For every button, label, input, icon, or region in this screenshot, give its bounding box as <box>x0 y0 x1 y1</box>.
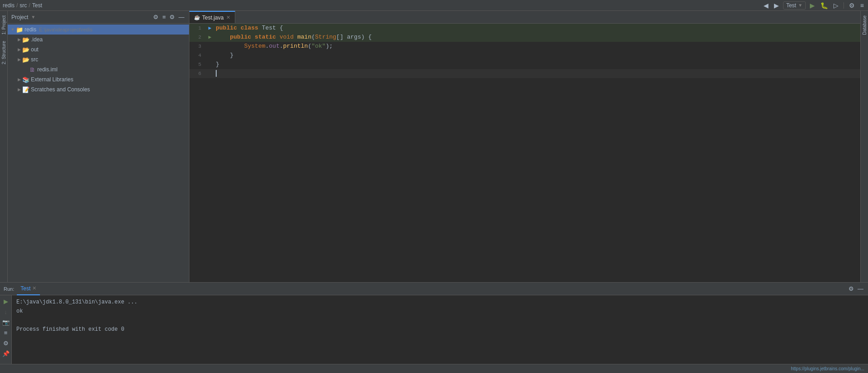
panel-expand-icon[interactable]: ▼ <box>31 15 35 20</box>
bottom-tab-test-close[interactable]: ✕ <box>32 285 36 291</box>
line-gutter-2[interactable]: ▶ <box>206 33 214 42</box>
line-gutter-4 <box>206 51 214 60</box>
breadcrumb-src[interactable]: src <box>20 2 27 9</box>
run-restart-btn[interactable]: ▶ <box>3 297 9 306</box>
tree-item-redis[interactable]: ▼ 📁 redis E:\java\ideaproject\redis <box>8 25 189 35</box>
code-line-1: 1 ▶ public class Test { <box>189 24 860 33</box>
bottom-close-btn[interactable]: — <box>857 284 864 293</box>
run-config-arrow: ▼ <box>798 3 803 8</box>
folder-icon-out: 📂 <box>22 46 30 53</box>
run-output-exit: Process finished with exit code 0 <box>16 325 863 333</box>
run-more-btn[interactable]: ⚙ <box>2 339 10 348</box>
line-num-5: 5 <box>189 60 206 69</box>
run-output-ok: ok <box>16 307 863 315</box>
bottom-tab-test-label: Test <box>20 285 30 292</box>
top-bar: redis / src / Test ◀ ▶ Test ▼ ▶ 🐛 ▷ ⚙ ≡ <box>0 0 868 11</box>
tree-item-scratches[interactable]: ▶ 📝 Scratches and Consoles <box>8 85 189 94</box>
tree-label-idea: .idea <box>31 36 43 43</box>
file-icon-redis-iml: 🗎 <box>29 66 36 73</box>
panel-title: Project <box>11 14 28 20</box>
tab-test-java[interactable]: ☕ Test.java ✕ <box>189 11 235 24</box>
right-vtabs: Database <box>860 11 868 282</box>
breadcrumb-redis[interactable]: redis <box>3 2 15 9</box>
folder-icon-src: 📂 <box>22 56 30 63</box>
tree-item-out[interactable]: ▶ 📂 out <box>8 45 189 55</box>
bottom-tabs: Run: Test ✕ ⚙ — <box>0 283 868 295</box>
tree-item-idea[interactable]: ▶ 📂 .idea <box>8 35 189 45</box>
breadcrumb-test[interactable]: Test <box>32 2 42 9</box>
bottom-settings-btn[interactable]: ⚙ <box>848 284 855 293</box>
code-line-4: 4 } <box>189 51 860 60</box>
breadcrumb-sep2: / <box>29 2 30 9</box>
tree-item-src[interactable]: ▶ 📂 src <box>8 55 189 65</box>
project-icon-redis: 📁 <box>16 26 23 33</box>
tab-test-java-label: Test.java <box>202 15 223 21</box>
code-editor[interactable]: 1 ▶ public class Test { 2 ▶ public stati… <box>189 24 860 282</box>
code-line-2: 2 ▶ public static void main(String[] arg… <box>189 33 860 42</box>
run-button[interactable]: ▶ <box>808 1 816 10</box>
run-scroll-btn[interactable]: ≡ <box>3 328 9 337</box>
tree-label-redis-iml: redis.iml <box>37 66 58 73</box>
tab-java-icon: ☕ <box>194 15 200 20</box>
tree-label-ext-libs: External Libraries <box>31 76 73 83</box>
back-button[interactable]: ◀ <box>762 1 770 10</box>
project-tree: ▼ 📁 redis E:\java\ideaproject\redis ▶ 📂 … <box>8 24 189 282</box>
tree-item-ext-libs[interactable]: ▶ 📚 External Libraries <box>8 75 189 85</box>
run-output: E:\java\jdk1.8.0_131\bin\java.exe ... ok… <box>12 295 868 364</box>
line-content-5: } <box>214 60 860 69</box>
line-content-2: public static void main(String[] args) { <box>214 33 860 42</box>
arrow-scratches: ▶ <box>16 87 22 92</box>
bottom-footer-text: https://plugins.jetbrains.com/plugin... <box>791 366 864 371</box>
run-stop-btn[interactable]: ↓ <box>3 308 8 316</box>
line-gutter-6 <box>206 69 214 78</box>
code-line-5: 5 } <box>189 60 860 69</box>
panel-sort-btn[interactable]: ≡ <box>161 13 167 21</box>
line-content-3: System.out.println("ok"); <box>214 42 860 51</box>
panel-close-btn[interactable]: — <box>178 13 185 21</box>
line-gutter-1[interactable]: ▶ <box>206 24 214 33</box>
project-panel: Project ▼ ⚙ ≡ ⚙ — ▼ 📁 redis E:\java\idea… <box>8 11 189 282</box>
code-line-3: 3 System.out.println("ok"); <box>189 42 860 51</box>
bottom-panel: Run: Test ✕ ⚙ — ▶ ↓ 📷 ≡ ⚙ 📌 E:\java\jdk1… <box>0 282 868 373</box>
run-output-cmd: E:\java\jdk1.8.0_131\bin\java.exe ... <box>16 298 863 306</box>
panel-header-right: ⚙ ≡ ⚙ — <box>152 13 185 21</box>
run-config[interactable]: Test ▼ <box>783 1 806 10</box>
vtab-2-structure[interactable]: 2: Structure <box>0 38 7 67</box>
line-num-3: 3 <box>189 42 206 51</box>
folder-icon-idea: 📂 <box>22 36 30 43</box>
settings-button[interactable]: ⚙ <box>848 1 856 10</box>
run-gutter-play-1[interactable]: ▶ <box>208 24 212 33</box>
tree-label-src: src <box>31 56 38 63</box>
top-bar-right: ◀ ▶ Test ▼ ▶ 🐛 ▷ ⚙ ≡ <box>762 1 865 10</box>
run-pin-btn[interactable]: 📌 <box>1 349 10 358</box>
scratches-icon: 📝 <box>22 86 30 93</box>
coverage-button[interactable]: ▷ <box>832 1 840 10</box>
run-output-blank <box>16 316 863 324</box>
vtab-1-project[interactable]: 1: Project <box>0 13 7 37</box>
forward-button[interactable]: ▶ <box>773 1 780 10</box>
panel-settings-btn[interactable]: ⚙ <box>152 13 159 21</box>
line-num-6: 6 <box>189 69 206 78</box>
run-rerun-btn[interactable]: 📷 <box>1 318 10 327</box>
tree-item-redis-iml[interactable]: 🗎 redis.iml <box>8 65 189 75</box>
line-num-1: 1 <box>189 24 206 33</box>
tab-test-java-close[interactable]: ✕ <box>226 15 230 20</box>
arrow-out: ▶ <box>16 47 22 52</box>
tree-label-redis: redis <box>25 26 36 33</box>
panel-header: Project ▼ ⚙ ≡ ⚙ — <box>8 11 189 24</box>
run-gutter-play-2[interactable]: ▶ <box>208 33 212 42</box>
tree-path-redis: E:\java\ideaproject\redis <box>39 27 92 32</box>
code-line-6: 6 <box>189 69 860 78</box>
bottom-tab-test[interactable]: Test ✕ <box>17 283 40 295</box>
run-label: Run: <box>4 286 14 292</box>
line-gutter-5 <box>206 60 214 69</box>
debug-button[interactable]: 🐛 <box>819 1 829 10</box>
left-vtabs: 1: Project 2: Structure <box>0 11 8 282</box>
vtab-database[interactable]: Database <box>861 13 868 38</box>
panel-gear-btn[interactable]: ⚙ <box>169 13 176 21</box>
more-button[interactable]: ≡ <box>859 1 865 10</box>
line-gutter-3 <box>206 42 214 51</box>
run-config-label: Test <box>786 2 796 9</box>
run-sidebar: ▶ ↓ 📷 ≡ ⚙ 📌 <box>0 295 12 364</box>
toolbar-sep <box>843 2 844 9</box>
